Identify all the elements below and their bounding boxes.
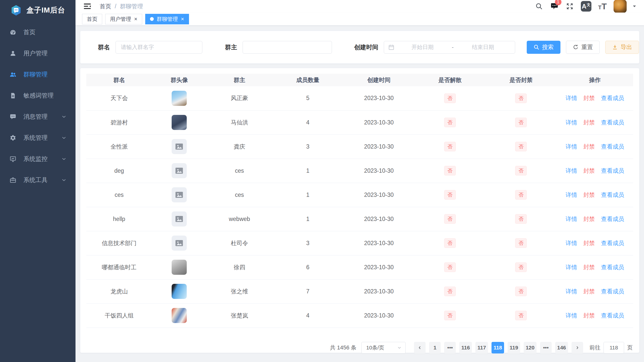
close-icon[interactable]: × xyxy=(181,16,184,22)
page-button-116[interactable]: 116 xyxy=(459,342,472,353)
table-row: 碧游村 马仙洪 4 2023-10-30 否 否 详情 封禁 查看成员 xyxy=(86,110,633,134)
chevron-down-icon xyxy=(61,177,67,183)
font-size-icon[interactable]: T T xyxy=(598,2,607,11)
breadcrumb-current: 群聊管理 xyxy=(120,3,143,10)
created-time-cell: 2023-10-30 xyxy=(343,86,414,110)
sidebar-item-groups[interactable]: 群聊管理 xyxy=(0,64,75,85)
col-actions: 操作 xyxy=(557,74,633,86)
export-button[interactable]: 导出 xyxy=(605,41,639,54)
view-members-link[interactable]: 查看成员 xyxy=(601,216,624,222)
sidebar-fold-icon[interactable] xyxy=(83,2,92,11)
group-avatar-image xyxy=(172,187,187,202)
goto-page-input[interactable] xyxy=(603,342,624,353)
detail-link[interactable]: 详情 xyxy=(565,216,577,222)
ban-link[interactable]: 封禁 xyxy=(583,264,595,270)
monitor-icon xyxy=(10,156,16,162)
reset-button[interactable]: 重置 xyxy=(566,41,600,54)
page-ellipsis-button[interactable]: ••• xyxy=(444,342,456,353)
group-name-cell: 哪都通临时工 xyxy=(86,255,152,279)
member-count-cell: 6 xyxy=(272,255,343,279)
view-members-link[interactable]: 查看成员 xyxy=(601,119,624,126)
sidebar-item-users[interactable]: 用户管理 xyxy=(0,43,75,64)
ban-link[interactable]: 封禁 xyxy=(583,240,595,246)
banned-badge: 否 xyxy=(515,166,527,175)
user-avatar[interactable] xyxy=(614,0,627,13)
sidebar-item-tools[interactable]: 系统工具 xyxy=(0,169,75,191)
page-size-select[interactable]: 10条/页 xyxy=(361,342,406,353)
view-members-link[interactable]: 查看成员 xyxy=(601,264,624,270)
detail-link[interactable]: 详情 xyxy=(565,312,577,319)
ban-link[interactable]: 封禁 xyxy=(583,119,595,126)
detail-link[interactable]: 详情 xyxy=(565,240,577,246)
image-placeholder-icon xyxy=(174,238,184,248)
close-icon[interactable]: × xyxy=(134,16,137,22)
app-logo[interactable]: 盒子IM后台 xyxy=(0,0,75,21)
translate-icon[interactable]: A 文 xyxy=(581,1,591,12)
detail-link[interactable]: 详情 xyxy=(565,119,577,126)
group-name-input[interactable] xyxy=(116,41,202,54)
view-members-link[interactable]: 查看成员 xyxy=(601,240,624,246)
end-date-input[interactable] xyxy=(455,44,511,51)
col-created-time: 创建时间 xyxy=(343,74,414,86)
created-time-cell: 2023-10-30 xyxy=(343,207,414,231)
messages-icon[interactable]: 1 xyxy=(550,2,559,11)
search-icon[interactable] xyxy=(535,2,543,11)
search-button[interactable]: 搜索 xyxy=(527,41,560,54)
detail-link[interactable]: 详情 xyxy=(565,288,577,295)
ban-link[interactable]: 封禁 xyxy=(583,216,595,222)
detail-link[interactable]: 详情 xyxy=(565,143,577,150)
detail-link[interactable]: 详情 xyxy=(565,264,577,270)
view-members-link[interactable]: 查看成员 xyxy=(601,288,624,295)
view-members-link[interactable]: 查看成员 xyxy=(601,192,624,198)
sidebar-item-system[interactable]: 系统管理 xyxy=(0,127,75,148)
sidebar-item-monitor[interactable]: 系统监控 xyxy=(0,148,75,169)
app-logo-icon xyxy=(10,5,22,16)
ban-link[interactable]: 封禁 xyxy=(583,288,595,295)
sidebar-item-messages[interactable]: 消息管理 xyxy=(0,106,75,127)
goto-page: 前往 页 xyxy=(589,342,633,353)
banned-badge: 否 xyxy=(515,118,527,127)
date-range-picker[interactable]: - xyxy=(384,41,515,54)
tab-users[interactable]: 用户管理 × xyxy=(105,14,142,24)
ban-link[interactable]: 封禁 xyxy=(583,143,595,150)
group-table-panel: 群名 群头像 群主 成员数量 创建时间 是否解散 是否封禁 操作 天下会 xyxy=(80,68,639,353)
ban-link[interactable]: 封禁 xyxy=(583,312,595,319)
ban-link[interactable]: 封禁 xyxy=(583,167,595,174)
sidebar-item-sensitive-words[interactable]: 敏感词管理 xyxy=(0,85,75,106)
dissolved-badge: 否 xyxy=(444,142,456,151)
caret-down-icon[interactable] xyxy=(632,4,637,9)
detail-link[interactable]: 详情 xyxy=(565,192,577,198)
detail-link[interactable]: 详情 xyxy=(565,167,577,174)
sidebar-menu: 首页 用户管理 群聊管理 敏感词管理 消息管理 系统管理 系统监控 xyxy=(0,21,75,191)
breadcrumb-home[interactable]: 首页 xyxy=(100,3,111,10)
page-button-1[interactable]: 1 xyxy=(429,342,441,353)
dissolved-badge: 否 xyxy=(444,238,456,248)
next-page-button[interactable] xyxy=(572,342,583,353)
view-members-link[interactable]: 查看成员 xyxy=(601,312,624,319)
view-members-link[interactable]: 查看成员 xyxy=(601,143,624,150)
member-count-cell: 3 xyxy=(272,231,343,255)
page-button-119[interactable]: 119 xyxy=(508,342,520,353)
page-button-146[interactable]: 146 xyxy=(555,342,568,353)
dissolved-badge: 否 xyxy=(444,311,456,320)
start-date-input[interactable] xyxy=(395,44,450,51)
view-members-link[interactable]: 查看成员 xyxy=(601,167,624,174)
ban-link[interactable]: 封禁 xyxy=(583,95,595,101)
message-badge: 1 xyxy=(555,0,561,5)
page-ellipsis-button[interactable]: ••• xyxy=(540,342,552,353)
page-button-118[interactable]: 118 xyxy=(491,342,504,353)
member-count-cell: 1 xyxy=(272,159,343,183)
message-icon xyxy=(10,113,16,120)
tab-groups[interactable]: 群聊管理 × xyxy=(145,14,189,24)
sidebar-item-home[interactable]: 首页 xyxy=(0,22,75,43)
detail-link[interactable]: 详情 xyxy=(565,95,577,101)
tab-home[interactable]: 首页 xyxy=(82,14,102,24)
group-owner-input[interactable] xyxy=(243,41,332,54)
image-placeholder-icon xyxy=(174,166,184,176)
fullscreen-icon[interactable] xyxy=(565,2,574,11)
page-button-120[interactable]: 120 xyxy=(524,342,537,353)
ban-link[interactable]: 封禁 xyxy=(583,192,595,198)
prev-page-button[interactable] xyxy=(414,342,426,353)
page-button-117[interactable]: 117 xyxy=(475,342,488,353)
view-members-link[interactable]: 查看成员 xyxy=(601,95,624,101)
